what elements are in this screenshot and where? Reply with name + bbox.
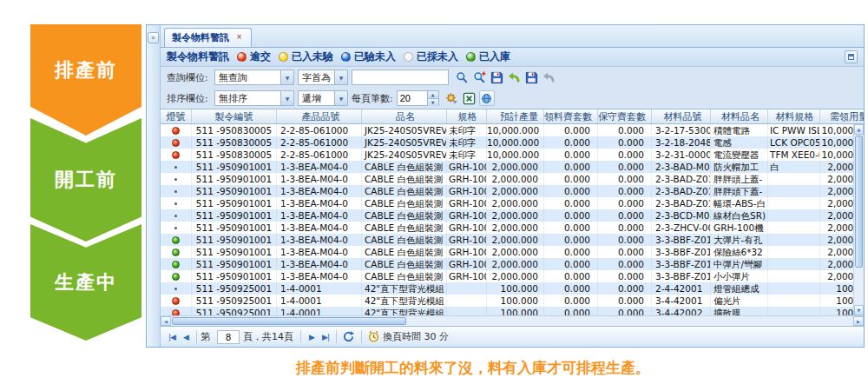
main-content: 製令物料警訊 × 製令物料警訊 逾交已入未驗已驗未入已採未入已入庫 查詢欄位: … [161, 25, 864, 347]
column-header[interactable]: 需領用量 [820, 109, 864, 123]
save-icon-2[interactable] [523, 70, 539, 85]
table-row[interactable]: 511 -9509010011-3-BEA-M04-0CABLE 白色組裝測GR… [161, 161, 853, 173]
table-row[interactable]: 511 -9509010011-3-BEA-M04-0CABLE 白色組裝測GR… [161, 185, 853, 197]
table-row[interactable]: 511 -9509250011-4-000142"直下型背光模組100.0000… [161, 295, 853, 307]
table-cell: 511 -950925001 [192, 295, 277, 307]
column-header[interactable]: 燈號 [161, 109, 192, 123]
spin-up-icon[interactable]: ▲ [428, 91, 438, 98]
table-cell: 10,000.00 [820, 149, 853, 161]
column-header[interactable]: 製令編號 [192, 109, 277, 123]
table-row[interactable]: 511 -9509010011-3-BEA-M04-0CABLE 白色組裝測GR… [161, 173, 853, 185]
chevron-down-icon: ▼ [334, 91, 347, 105]
table-cell [768, 258, 820, 270]
table-cell: 2,000.000 [487, 173, 544, 185]
column-header[interactable]: 規格 [447, 109, 487, 123]
table-cell: 100.00 [820, 282, 853, 295]
table-cell: 0.000 [598, 295, 652, 307]
scroll-right-icon[interactable]: ▶ [853, 316, 864, 326]
status-light-cell [161, 185, 192, 197]
refresh-icon[interactable] [340, 329, 356, 345]
status-dot-icon [279, 52, 288, 62]
scroll-down-icon[interactable]: ▼ [854, 305, 864, 315]
page-size-input[interactable] [398, 91, 427, 105]
tab-close-icon[interactable]: × [234, 33, 244, 43]
table-cell: JK25-240S05VREV. [362, 136, 447, 149]
table-cell: 0.000 [544, 246, 598, 258]
sort-field-label: 排序欄位: [167, 92, 214, 105]
scroll-left-icon[interactable]: ◀ [161, 316, 171, 326]
column-header[interactable]: 材料品名 [711, 109, 768, 123]
table-cell: 大彈片-有孔 [711, 234, 768, 246]
table-cell: 10,000.00 [820, 136, 853, 149]
table-cell: 3-4-42002 [652, 307, 711, 315]
next-page-button[interactable]: ▶ [305, 330, 319, 344]
table-row[interactable]: 511 -9509010011-3-BEA-M04-0CABLE 白色組裝測GR… [161, 258, 853, 270]
horizontal-scroll-thumb[interactable] [172, 317, 406, 325]
table-cell [768, 270, 820, 282]
vertical-scrollbar[interactable]: ▲ ▼ [853, 124, 864, 315]
column-header[interactable]: 保守齊套數 [598, 109, 652, 123]
sort-field-select[interactable]: 無排序 ▼ [214, 90, 294, 106]
last-page-button[interactable]: ▶| [319, 330, 332, 344]
chevron-down-icon: ▼ [280, 70, 293, 84]
legend-item: 已入未驗 [279, 50, 333, 64]
collapse-panel-button[interactable] [845, 50, 858, 63]
query-field-select[interactable]: 無查詢 ▼ [214, 70, 294, 85]
sort-direction-select[interactable]: 遞增 ▼ [298, 90, 348, 106]
legend-label: 已驗未入 [354, 50, 396, 64]
table-row[interactable]: 511 -9509010011-3-BEA-M04-0CABLE 白色組裝測GR… [161, 222, 853, 234]
table-row[interactable]: 511 -9509010011-3-BEA-M04-0CABLE 白色組裝測GR… [161, 197, 853, 209]
page-size-stepper[interactable]: ▲▼ [397, 90, 439, 106]
legend-item: 逾交 [237, 50, 271, 64]
table-row[interactable]: 511 -9509010011-3-BEA-M04-0CABLE 白色組裝測GR… [161, 246, 853, 258]
table-cell: 0.000 [598, 222, 652, 234]
spin-down-icon[interactable]: ▼ [428, 98, 438, 106]
first-page-button[interactable]: |◀ [165, 330, 179, 344]
table-cell: 未印字 [447, 149, 487, 161]
table-row[interactable]: 511 -9509010011-3-BEA-M04-0CABLE 白色組裝測GR… [161, 209, 853, 222]
table-row[interactable]: 511 -9508300052-2-85-061000JK25-240S05VR… [161, 149, 853, 161]
table-cell: 511 -950901001 [192, 258, 277, 270]
grid-header: 燈號製令編號產品品號品名規格預計產量領料齊套數保守齊套數材料品號材料品名材料規格… [161, 109, 864, 124]
table-cell: 2-3-ZHCV-00 [652, 222, 711, 234]
column-header[interactable]: 材料品號 [652, 109, 711, 123]
prev-page-button[interactable]: ◀ [179, 330, 193, 344]
column-header[interactable]: 材料規格 [768, 109, 820, 123]
search-icon[interactable] [454, 70, 470, 85]
table-row[interactable]: 511 -9509010011-3-BEA-M04-0CABLE 白色組裝測GR… [161, 270, 853, 282]
undo-icon[interactable] [506, 70, 522, 85]
column-header[interactable]: 品名 [362, 109, 447, 123]
table-cell: 3-3-BBF-Z01 [652, 234, 711, 246]
excel-export-icon[interactable] [462, 90, 477, 106]
query-operator-select[interactable]: 字首為 ▼ [298, 70, 348, 85]
status-light-cell [161, 307, 192, 315]
column-header[interactable]: 預計產量 [487, 109, 544, 123]
status-light-cell [161, 295, 192, 307]
settings-key-icon[interactable] [444, 90, 460, 106]
page: 排產前 開工前 生產中 » 製令物料警訊 × 製令物料警訊 逾交已入未驗已驗未入 [0, 0, 868, 391]
vertical-scroll-thumb[interactable] [855, 136, 863, 268]
search-add-icon[interactable] [471, 70, 487, 85]
expand-sidebar-button[interactable]: » [148, 32, 159, 43]
table-cell: 0.000 [544, 161, 598, 173]
horizontal-scrollbar[interactable]: ◀ ▶ [161, 315, 864, 326]
table-cell: CABLE 白色組裝測 [362, 161, 447, 173]
page-number-input[interactable] [217, 330, 240, 344]
globe-icon[interactable] [479, 90, 495, 106]
undo-disabled-icon[interactable] [541, 70, 556, 85]
legend-label: 逾交 [250, 50, 271, 64]
table-row[interactable]: 511 -9508300052-2-85-061000JK25-240S05VR… [161, 124, 853, 136]
scroll-up-icon[interactable]: ▲ [854, 124, 864, 135]
query-value-input[interactable] [352, 70, 449, 85]
tab-material-alert[interactable]: 製令物料警訊 × [164, 28, 252, 47]
column-header[interactable]: 產品品號 [277, 109, 362, 123]
column-header[interactable]: 領料齊套數 [544, 109, 598, 123]
table-row[interactable]: 511 -9509250011-4-000142"直下型背光模組100.0000… [161, 282, 853, 295]
table-row[interactable]: 511 -9508300052-2-85-061000JK25-240S05VR… [161, 136, 853, 149]
table-row[interactable]: 511 -9509250011-4-000142"直下型背光模組100.0000… [161, 307, 853, 315]
table-cell: 0.000 [544, 173, 598, 185]
table-cell: 胖胖頭上蓋- [711, 173, 768, 185]
save-icon[interactable] [489, 70, 504, 85]
table-row[interactable]: 511 -9509010011-3-BEA-M04-0CABLE 白色組裝測GR… [161, 234, 853, 246]
table-cell: 0.000 [598, 161, 652, 173]
